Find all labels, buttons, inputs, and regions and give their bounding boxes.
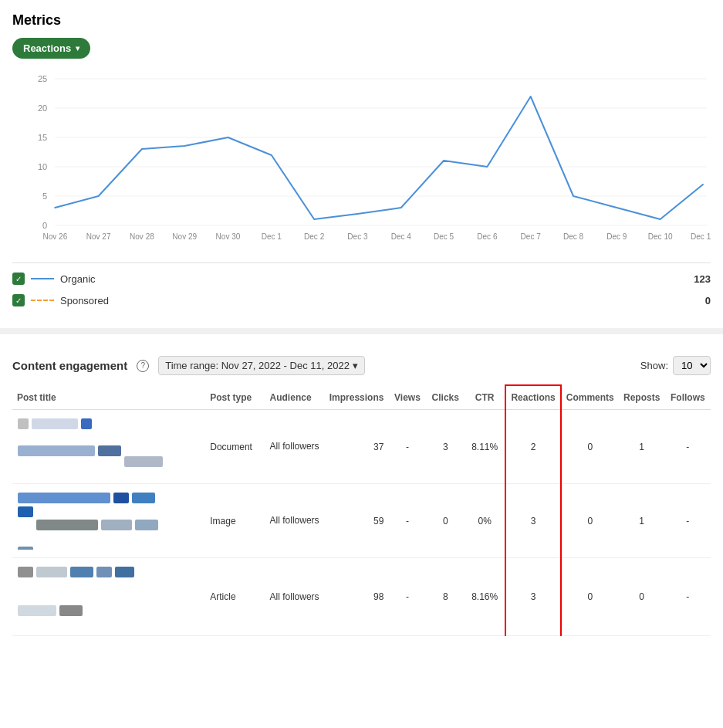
info-icon[interactable]: ? (137, 360, 149, 372)
metrics-chart: 25 20 15 10 5 0 Nov 26 Nov 27 Nov 28 Nov… (12, 71, 711, 256)
legend-organic: ✓ Organic 123 (12, 269, 711, 288)
row3-post-type: Article (205, 558, 265, 636)
post-thumbnail-2 (12, 484, 205, 558)
row3-impressions: 98 (325, 558, 389, 636)
svg-text:Dec 1: Dec 1 (262, 232, 282, 241)
engagement-header: Content engagement ? Time range: Nov 27,… (12, 347, 711, 384)
svg-text:10: 10 (38, 162, 47, 171)
svg-text:Dec 3: Dec 3 (347, 232, 368, 241)
time-range-chevron-icon: ▾ (353, 360, 358, 371)
show-select[interactable]: 10 25 50 (673, 356, 711, 375)
row1-impressions: 37 (325, 410, 389, 484)
col-header-ctr: CTR (465, 385, 505, 410)
row2-reactions: 3 (505, 484, 560, 558)
col-header-reactions: Reactions (505, 385, 560, 410)
section-divider (0, 328, 723, 334)
sponsored-line-icon (31, 300, 54, 301)
organic-checkbox[interactable]: ✓ (12, 273, 25, 285)
sponsored-value: 0 (705, 295, 711, 306)
organic-label: Organic (60, 273, 96, 285)
col-header-post-type: Post type (205, 385, 265, 410)
svg-text:Dec 11: Dec 11 (691, 232, 711, 241)
svg-text:15: 15 (38, 133, 47, 142)
sponsored-label: Sponsored (60, 295, 109, 306)
svg-text:Dec 4: Dec 4 (391, 232, 412, 241)
row2-reposts: 1 (619, 484, 665, 558)
col-header-impressions: Impressions (325, 385, 389, 410)
svg-text:Nov 29: Nov 29 (172, 232, 197, 241)
svg-text:Dec 2: Dec 2 (304, 232, 325, 241)
row1-reactions: 2 (505, 410, 560, 484)
row3-views: - (388, 558, 426, 636)
chevron-down-icon: ▾ (76, 44, 79, 52)
col-header-views: Views (388, 385, 426, 410)
row1-post-type: Document (205, 410, 265, 484)
svg-text:Dec 10: Dec 10 (648, 232, 673, 241)
col-header-comments: Comments (561, 385, 619, 410)
row1-clicks: 3 (427, 410, 465, 484)
legend-sponsored: ✓ Sponsored 0 (12, 291, 711, 310)
row1-reposts: 1 (619, 410, 665, 484)
reactions-button-label: Reactions (23, 42, 71, 54)
col-header-audience: Audience (265, 385, 325, 410)
row3-comments: 0 (561, 558, 619, 636)
row2-views: - (388, 484, 426, 558)
row3-follows: - (665, 558, 711, 636)
row1-comments: 0 (561, 410, 619, 484)
chart-legend: ✓ Organic 123 ✓ Sponsored 0 (12, 262, 711, 316)
svg-text:0: 0 (42, 221, 47, 230)
svg-text:Nov 28: Nov 28 (130, 232, 154, 241)
time-range-label: Time range: Nov 27, 2022 - Dec 11, 2022 (165, 360, 350, 371)
show-label: Show: (640, 360, 668, 371)
svg-text:Dec 6: Dec 6 (477, 232, 498, 241)
table-row: Image All followers 59 - 0 0% 3 0 1 - (12, 484, 711, 558)
page-title: Metrics (12, 12, 711, 29)
svg-text:5: 5 (42, 191, 47, 201)
sponsored-checkbox[interactable]: ✓ (12, 294, 25, 306)
col-header-follows: Follows (665, 385, 711, 410)
row2-post-type: Image (205, 484, 265, 558)
col-header-clicks: Clicks (427, 385, 465, 410)
engagement-table: Post title Post type Audience Impression… (12, 384, 711, 636)
row2-audience: All followers (265, 484, 325, 558)
svg-text:Dec 8: Dec 8 (563, 232, 584, 241)
post-thumbnail-3 (12, 558, 205, 636)
organic-line-icon (31, 278, 54, 279)
svg-text:Nov 26: Nov 26 (42, 232, 67, 241)
engagement-title: Content engagement (12, 359, 127, 372)
row3-reposts: 0 (619, 558, 665, 636)
svg-text:Nov 27: Nov 27 (86, 232, 111, 241)
row3-reactions: 3 (505, 558, 560, 636)
col-header-post-title: Post title (12, 385, 205, 410)
table-row: Article All followers 98 - 8 8.16% 3 0 0… (12, 558, 711, 636)
svg-text:Dec 5: Dec 5 (434, 232, 454, 241)
row2-impressions: 59 (325, 484, 389, 558)
col-header-reposts: Reposts (619, 385, 665, 410)
row2-ctr: 0% (465, 484, 505, 558)
row1-views: - (388, 410, 426, 484)
row3-clicks: 8 (427, 558, 465, 636)
row2-comments: 0 (561, 484, 619, 558)
row2-clicks: 0 (427, 484, 465, 558)
organic-value: 123 (694, 273, 711, 285)
svg-text:Dec 9: Dec 9 (606, 232, 627, 241)
time-range-button[interactable]: Time range: Nov 27, 2022 - Dec 11, 2022 … (158, 356, 365, 375)
row3-ctr: 8.16% (465, 558, 505, 636)
post-thumbnail-1 (12, 410, 205, 484)
row3-audience: All followers (265, 558, 325, 636)
reactions-dropdown-button[interactable]: Reactions ▾ (12, 38, 90, 59)
row1-follows: - (665, 410, 711, 484)
row1-audience: All followers (265, 410, 325, 484)
svg-text:Dec 7: Dec 7 (521, 232, 542, 241)
row1-ctr: 8.11% (465, 410, 505, 484)
svg-text:20: 20 (38, 103, 47, 113)
svg-text:25: 25 (38, 74, 47, 83)
row2-follows: - (665, 484, 711, 558)
table-row: Document All followers 37 - 3 8.11% 2 0 … (12, 410, 711, 484)
show-control: Show: 10 25 50 (640, 356, 711, 375)
svg-text:Nov 30: Nov 30 (216, 232, 241, 241)
